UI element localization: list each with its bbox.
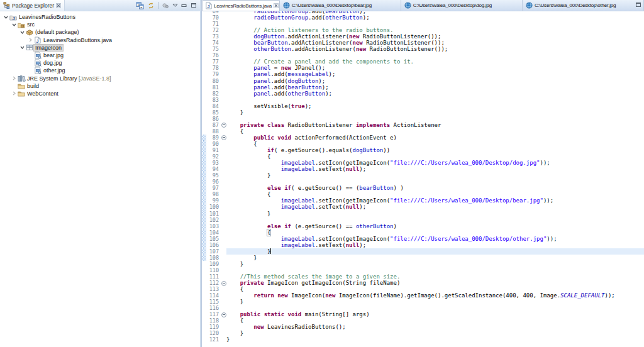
annotation-ruler[interactable] (202, 160, 206, 166)
code-text: { (226, 229, 644, 236)
chevron-down-icon[interactable] (19, 45, 25, 50)
view-menu-icon[interactable] (172, 3, 178, 8)
package-explorer-tab[interactable]: Package Explorer (0, 0, 65, 11)
annotation-ruler[interactable] (202, 336, 206, 343)
code-line-77: 77 // Create a panel and add the compone… (202, 58, 644, 65)
annotation-ruler[interactable] (202, 305, 206, 311)
annotation-ruler[interactable] (202, 191, 206, 197)
line-number: 96 (206, 179, 220, 185)
annotation-ruler[interactable] (202, 204, 206, 210)
annotation-ruler[interactable] (202, 147, 206, 153)
annotation-ruler[interactable] (202, 286, 206, 292)
focus-on-active-task-icon[interactable] (162, 3, 169, 9)
annotation-ruler[interactable] (202, 211, 206, 217)
annotation-ruler[interactable] (202, 135, 206, 141)
annotation-ruler[interactable] (202, 179, 206, 185)
annotation-ruler[interactable] (202, 128, 206, 135)
tree-item-bear-jpg[interactable]: bear.jpg (0, 52, 200, 59)
annotation-ruler[interactable] (202, 122, 206, 128)
annotation-ruler[interactable] (202, 21, 206, 27)
fold-ruler (220, 197, 226, 204)
annotation-ruler[interactable] (202, 236, 206, 242)
annotation-ruler[interactable] (202, 317, 206, 324)
annotation-ruler[interactable] (202, 197, 206, 204)
chevron-right-icon[interactable] (11, 75, 17, 81)
annotation-ruler[interactable] (202, 217, 206, 223)
annotation-ruler[interactable] (202, 103, 206, 109)
maximize-icon[interactable] (635, 2, 641, 8)
line-number: 120 (206, 330, 220, 336)
annotation-ruler[interactable] (202, 185, 206, 191)
tree-item-dog-jpg[interactable]: dog.jpg (0, 59, 200, 67)
annotation-ruler[interactable] (202, 292, 206, 299)
fold-collapse-icon[interactable] (221, 135, 226, 140)
editor-tab-dog-jpg[interactable]: C:\Users\walea_000\Desktop\dog.jpg (401, 0, 523, 11)
tree-item-default-package[interactable]: (default package) (0, 28, 200, 36)
annotation-ruler[interactable] (202, 109, 206, 116)
annotation-ruler[interactable] (202, 172, 206, 179)
minimize-icon[interactable] (181, 3, 187, 8)
chevron-right-icon[interactable] (11, 91, 17, 96)
tree-item-build[interactable]: build (0, 82, 200, 90)
annotation-ruler[interactable] (202, 273, 206, 280)
annotation-ruler[interactable] (202, 46, 206, 52)
package-explorer-tree[interactable]: JLeavinesRadioButtonssrc(default package… (0, 11, 200, 347)
chevron-down-icon[interactable] (11, 22, 17, 28)
annotation-ruler[interactable] (202, 330, 206, 336)
annotation-ruler[interactable] (202, 324, 206, 330)
tree-item-webcontent[interactable]: WebContent (0, 90, 200, 97)
fold-collapse-icon[interactable] (221, 281, 226, 286)
close-icon[interactable] (274, 3, 279, 8)
chevron-down-icon[interactable] (3, 14, 9, 20)
fold-collapse-icon[interactable] (221, 312, 226, 317)
collapse-all-icon[interactable] (136, 2, 144, 9)
view-close-icon[interactable] (56, 3, 61, 8)
code-line-73: 73 dogButton.addActionListener(new Radio… (202, 33, 644, 40)
tree-item-src[interactable]: src (0, 21, 200, 28)
code-content[interactable]: 69 radioButtonGroup.add(bearButton);70 r… (202, 11, 644, 343)
chevron-down-icon[interactable] (19, 30, 25, 35)
annotation-ruler[interactable] (202, 299, 206, 305)
fold-ruler (220, 46, 226, 52)
annotation-ruler[interactable] (202, 255, 206, 261)
editor-tab-leavinesradiobuttons-java[interactable]: JLeavinesRadioButtons.java (202, 0, 280, 11)
annotation-ruler[interactable] (202, 141, 206, 147)
annotation-ruler[interactable] (202, 267, 206, 273)
annotation-ruler[interactable] (202, 27, 206, 33)
editor-tab-other-jpg[interactable]: C:\Users\walea_000\Desktop\other.jpg (523, 0, 644, 11)
tree-item-leavinesradiobuttons[interactable]: JLeavinesRadioButtons (0, 13, 200, 21)
tree-item-leavinesradiobuttons-java[interactable]: JLeavinesRadioButtons.java (0, 36, 200, 44)
annotation-ruler[interactable] (202, 261, 206, 267)
maximize-icon[interactable] (191, 3, 197, 8)
annotation-ruler[interactable] (202, 78, 206, 84)
annotation-ruler[interactable] (202, 40, 206, 46)
annotation-ruler[interactable] (202, 65, 206, 71)
line-number: 92 (206, 153, 220, 160)
annotation-ruler[interactable] (202, 229, 206, 236)
annotation-ruler[interactable] (202, 14, 206, 21)
annotation-ruler[interactable] (202, 153, 206, 160)
annotation-ruler[interactable] (202, 97, 206, 103)
editor-tab-label: C:\Users\walea_000\Desktop\bear.jpg (292, 3, 372, 8)
annotation-ruler[interactable] (202, 33, 206, 40)
annotation-ruler[interactable] (202, 71, 206, 77)
tree-item-jre-system-library[interactable]: JRE System Library [JavaSE-1.8] (0, 75, 200, 82)
annotation-ruler[interactable] (202, 166, 206, 172)
annotation-ruler[interactable] (202, 116, 206, 122)
annotation-ruler[interactable] (202, 311, 206, 317)
annotation-ruler[interactable] (202, 91, 206, 97)
annotation-ruler[interactable] (202, 280, 206, 286)
fold-collapse-icon[interactable] (221, 123, 226, 128)
annotation-ruler[interactable] (202, 223, 206, 229)
tree-item-other-jpg[interactable]: other.jpg (0, 67, 200, 74)
annotation-ruler[interactable] (202, 248, 206, 255)
chevron-right-icon[interactable] (27, 37, 33, 43)
annotation-ruler[interactable] (202, 58, 206, 65)
tree-item-imageicon[interactable]: ImageIcon (0, 44, 200, 52)
editor-tab-bear-jpg[interactable]: C:\Users\walea_000\Desktop\bear.jpg (280, 0, 401, 11)
annotation-ruler[interactable] (202, 242, 206, 248)
java-editor[interactable]: 69 radioButtonGroup.add(bearButton);70 r… (202, 11, 644, 347)
link-with-editor-icon[interactable] (147, 2, 155, 9)
annotation-ruler[interactable] (202, 84, 206, 91)
annotation-ruler[interactable] (202, 52, 206, 58)
